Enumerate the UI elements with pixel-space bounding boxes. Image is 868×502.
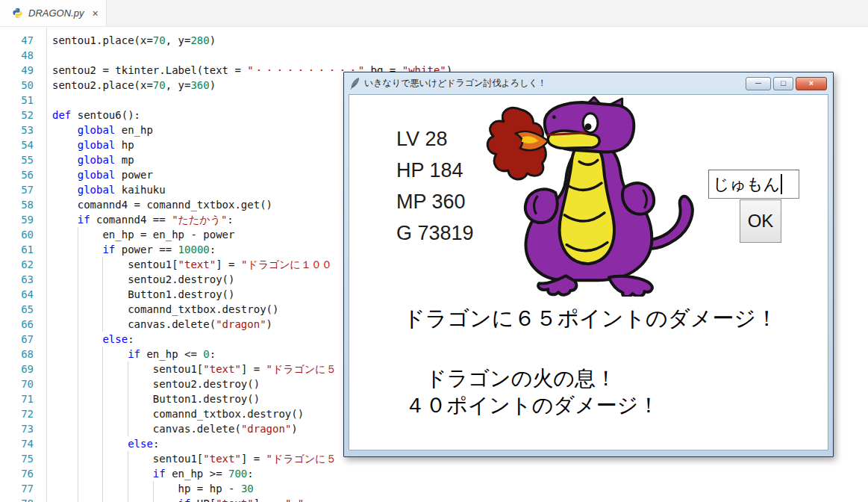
line-number: 53 xyxy=(0,123,34,137)
line-number: 66 xyxy=(0,317,34,332)
window-title: いきなりで悪いけどドラゴン討伐よろしく！ xyxy=(364,77,547,90)
line-number: 67 xyxy=(0,332,34,347)
line-number: 62 xyxy=(0,257,34,272)
line-content: comannd_txtbox.destroy() xyxy=(52,406,304,421)
line-number: 55 xyxy=(0,152,34,167)
line-content: sentou2.place(x=70, y=360) xyxy=(52,78,216,93)
text-caret xyxy=(781,174,782,194)
line-content: canvas.delete("dragon") xyxy=(52,317,272,332)
line-number: 47 xyxy=(0,33,34,48)
line-content: def sentou6(): xyxy=(52,108,140,123)
line-content: else: xyxy=(52,332,134,347)
game-window: いきなりで悪いけどドラゴン討伐よろしく！ ─ □ × LV 28 HP 184 … xyxy=(343,72,834,457)
tab-dragon-py[interactable]: DRAGON.py × xyxy=(0,0,107,26)
line-content: sentou2.destroy() xyxy=(52,376,260,391)
line-content: else: xyxy=(52,436,159,451)
line-content: sentou1["text"] = "ドラゴンに５ xyxy=(52,451,337,466)
line-number: 70 xyxy=(0,376,34,391)
line-number: 73 xyxy=(0,421,34,436)
code-line[interactable]: 48 xyxy=(0,48,868,63)
stat-hp: HP 184 xyxy=(396,155,474,186)
line-number: 72 xyxy=(0,406,34,421)
line-number: 68 xyxy=(0,347,34,362)
line-number: 50 xyxy=(0,78,34,93)
line-content: if en_hp >= 700: xyxy=(52,466,254,481)
line-number: 59 xyxy=(0,212,34,227)
code-line[interactable]: 78 if HP["text"] == "∞": xyxy=(0,496,868,502)
battle-message-enemy: ドラゴンの火の息！ ４０ポイントのダメージ！ xyxy=(405,365,659,419)
line-number: 64 xyxy=(0,287,34,302)
ok-button[interactable]: OK xyxy=(740,199,781,243)
line-content: Button1.destroy() xyxy=(52,287,234,302)
line-number: 61 xyxy=(0,242,34,257)
line-content: global power xyxy=(52,167,153,182)
line-number: 51 xyxy=(0,93,34,108)
line-number: 69 xyxy=(0,362,34,376)
game-window-titlebar[interactable]: いきなりで悪いけどドラゴン討伐よろしく！ ─ □ × xyxy=(349,72,828,94)
line-number: 48 xyxy=(0,48,34,63)
line-number: 76 xyxy=(0,466,34,481)
battle-message-damage: ドラゴンに６５ポイントのダメージ！ xyxy=(403,304,778,334)
vscode-editor-screen: DRAGON.py × 47sentou1.place(x=70, y=280)… xyxy=(0,0,868,502)
maximize-button[interactable]: □ xyxy=(773,77,793,90)
line-content: comannd4 = comannd_txtbox.get() xyxy=(52,197,272,212)
line-content: Button1.destroy() xyxy=(52,391,260,406)
line-number: 58 xyxy=(0,197,34,212)
line-number: 77 xyxy=(0,481,34,496)
spell-input-value: じゅもん xyxy=(713,173,780,196)
minimize-icon: ─ xyxy=(755,79,761,87)
line-number: 57 xyxy=(0,182,34,197)
line-number: 65 xyxy=(0,302,34,317)
stat-lv: LV 28 xyxy=(396,123,474,155)
line-content: comannd_txtbox.destroy() xyxy=(52,302,278,317)
python-icon xyxy=(12,7,23,19)
line-number: 78 xyxy=(0,496,34,502)
tk-feather-icon xyxy=(350,78,360,90)
line-number: 60 xyxy=(0,227,34,242)
game-window-client: LV 28 HP 184 MP 360 G 73819 xyxy=(349,94,828,450)
line-content: if power == 10000: xyxy=(52,242,216,257)
line-content: if en_hp <= 0: xyxy=(52,347,216,362)
line-content: if HP["text"] == "∞": xyxy=(52,496,310,502)
code-line[interactable]: 76 if en_hp >= 700: xyxy=(0,466,868,481)
tab-close-icon[interactable]: × xyxy=(92,8,98,19)
line-content: en_hp = en_hp - power xyxy=(52,227,234,242)
maximize-icon: □ xyxy=(781,79,786,87)
line-content: global kaihuku xyxy=(52,182,166,197)
code-line[interactable]: 77 hp = hp - 30 xyxy=(0,481,868,496)
line-content: sentou1["text"] = "ドラゴンに１００ xyxy=(52,257,332,272)
line-number: 63 xyxy=(0,272,34,287)
line-content: sentou1["text"] = "ドラゴンに５ xyxy=(52,362,337,376)
line-number: 56 xyxy=(0,167,34,182)
stat-gold: G 73819 xyxy=(396,217,474,249)
line-content: sentou2.destroy() xyxy=(52,272,234,287)
line-content: if comannd4 == "たたかう": xyxy=(52,212,234,227)
line-content: global en_hp xyxy=(52,123,153,137)
line-content: hp = hp - 30 xyxy=(52,481,254,496)
line-content: global mp xyxy=(52,152,134,167)
code-line[interactable]: 47sentou1.place(x=70, y=280) xyxy=(0,33,868,48)
line-content: global hp xyxy=(52,137,134,152)
line-number: 74 xyxy=(0,436,34,451)
minimize-button[interactable]: ─ xyxy=(746,77,771,90)
close-button[interactable]: × xyxy=(796,77,827,90)
stat-mp: MP 360 xyxy=(396,186,474,217)
line-number: 75 xyxy=(0,451,34,466)
spell-input[interactable]: じゅもん xyxy=(708,170,799,199)
dragon-image xyxy=(476,96,700,297)
line-content: canvas.delete("dragon") xyxy=(52,421,298,436)
line-number: 49 xyxy=(0,63,34,78)
line-content: sentou1.place(x=70, y=280) xyxy=(52,33,216,48)
window-controls: ─ □ × xyxy=(746,77,827,90)
player-stats: LV 28 HP 184 MP 360 G 73819 xyxy=(396,123,474,249)
editor-tab-bar: DRAGON.py × xyxy=(0,0,868,27)
line-number: 71 xyxy=(0,391,34,406)
line-number: 54 xyxy=(0,137,34,152)
tab-title: DRAGON.py xyxy=(28,7,84,19)
close-icon: × xyxy=(809,79,814,87)
line-number: 52 xyxy=(0,108,34,123)
